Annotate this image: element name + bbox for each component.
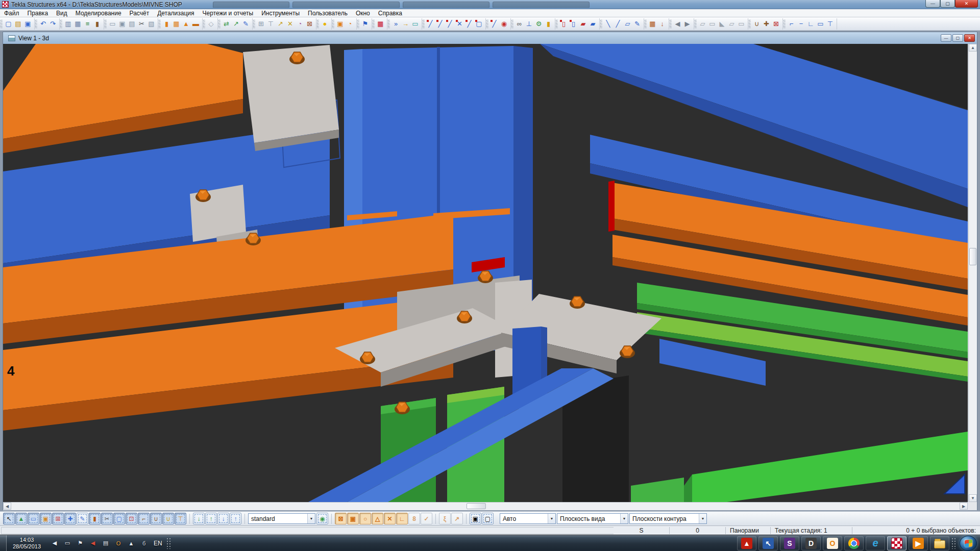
measure-angle-icon[interactable]: ╱ (613, 19, 623, 29)
select-switch-button[interactable]: ↖ (3, 513, 15, 524)
scroll-up-icon[interactable]: ▲ (969, 44, 977, 52)
dim-level-icon[interactable]: − (796, 19, 806, 29)
app-s-taskbar-button[interactable]: S (780, 536, 799, 550)
volume-icon[interactable]: ◀ (50, 539, 59, 548)
menu-моделирование[interactable]: Моделирование (71, 9, 126, 17)
u-bolt-icon[interactable]: ∪ (752, 19, 762, 29)
drag-handle[interactable] (556, 20, 558, 28)
menu-справка[interactable]: Справка (374, 9, 406, 17)
select-group-up-button[interactable]: ↑ (230, 513, 241, 524)
media-d-taskbar-button[interactable]: ▶ (909, 536, 928, 550)
point-extend-icon[interactable]: ╱ (464, 19, 474, 29)
menu-инструменты[interactable]: Инструменты (257, 9, 304, 17)
explorer-taskbar-button[interactable] (930, 536, 949, 550)
tekla-structures-taskbar-button[interactable] (887, 536, 906, 550)
network-icon[interactable]: ▭ (63, 539, 72, 548)
point-intersection-icon[interactable]: ✕ (455, 19, 464, 29)
snap-confirm-button[interactable]: ✓ (421, 513, 432, 524)
paste-properties-icon[interactable]: ▦ (73, 19, 83, 29)
import-icon[interactable]: ⇄ (222, 19, 231, 29)
drag-handle[interactable] (670, 20, 672, 28)
drag-handle[interactable] (357, 20, 359, 28)
work-plane-combo[interactable]: Плоскость вида ▼ (557, 513, 628, 524)
weld-1-icon[interactable]: ▱ (698, 19, 707, 29)
bricks-icon[interactable]: ▦ (648, 19, 657, 29)
drag-handle[interactable] (749, 20, 751, 28)
select-views-button[interactable]: ▣ (40, 513, 52, 524)
select-grid-button[interactable]: ⊤ (175, 513, 186, 524)
viewport-3d[interactable]: 4 (3, 44, 968, 502)
vscroll-thumb[interactable] (969, 248, 976, 265)
catalog-icon[interactable]: ▮ (162, 19, 172, 29)
points-parallel-icon[interactable]: ╱ (445, 19, 455, 29)
drag-handle[interactable] (203, 20, 205, 28)
chevron-down-icon[interactable]: ▼ (620, 514, 628, 523)
drag-handle[interactable] (423, 20, 425, 28)
cut-icon[interactable]: ✂ (137, 19, 146, 29)
select-parts-button[interactable]: ▲ (15, 513, 27, 524)
action-center-icon[interactable]: ⚑ (76, 539, 85, 548)
scroll-down-icon[interactable]: ▼ (969, 494, 977, 502)
point-project-icon[interactable]: ▢ (474, 19, 484, 29)
tekla-tool-taskbar-button[interactable]: ↖ (758, 536, 778, 550)
plumb-icon[interactable]: ↓ (657, 19, 667, 29)
new-view-icon[interactable]: ▭ (108, 19, 117, 29)
stamp-icon[interactable]: ▮ (92, 19, 102, 29)
drag-handle[interactable] (511, 20, 513, 28)
select-bolts-button[interactable]: ▮ (89, 513, 101, 524)
point-divide-icon[interactable]: ╱ (435, 19, 445, 29)
close-button[interactable]: ✕ (964, 34, 975, 42)
drag-handle[interactable] (783, 20, 786, 28)
horizontal-scrollbar[interactable]: ◀ ▶ (3, 502, 968, 510)
redo-icon[interactable]: ↷ (48, 19, 58, 29)
hand-tool-icon[interactable]: ✚ (762, 19, 771, 29)
plate-2-icon[interactable]: ▭ (737, 19, 746, 29)
components-icon[interactable]: ⚙ (534, 19, 544, 29)
dim-horizontal-icon[interactable]: ⌐ (787, 19, 796, 29)
drag-handle[interactable] (373, 20, 375, 28)
close-button[interactable]: ✕ (955, 0, 978, 8)
open-model-icon[interactable]: ▤ (13, 19, 23, 29)
open-drawing-icon[interactable]: → (401, 19, 410, 29)
snap-depth-button[interactable]: ξ (439, 513, 451, 524)
add-point-icon[interactable]: ↗ (276, 19, 285, 29)
sketch-icon[interactable]: ✎ (632, 19, 642, 29)
chevron-down-icon[interactable]: ▼ (699, 514, 706, 523)
copy-objects-icon[interactable]: ▣ (335, 19, 345, 29)
drag-handle[interactable] (60, 20, 62, 28)
catalogs-icon[interactable]: ▦ (172, 19, 181, 29)
arc-icon[interactable]: ◔ (295, 19, 305, 29)
menu-детализация[interactable]: Детализация (153, 9, 198, 17)
phase-1-icon[interactable]: ▯ (559, 19, 569, 29)
drag-handle[interactable] (388, 20, 390, 28)
measure-line-icon[interactable]: ╲ (603, 19, 613, 29)
save-model-icon[interactable]: ▣ (23, 19, 33, 29)
folder-up-icon[interactable]: ▲ (181, 19, 191, 29)
weld-2-icon[interactable]: ▭ (707, 19, 717, 29)
prev-object-icon[interactable]: ◀ (673, 19, 682, 29)
chevron-down-icon[interactable]: ▼ (307, 514, 315, 523)
view-properties-icon[interactable]: ▣ (117, 19, 127, 29)
edit-help-icon[interactable]: ✎ (241, 19, 251, 29)
drag-handle[interactable] (159, 20, 161, 28)
chrome-taskbar-button[interactable] (844, 536, 864, 550)
grid-icon[interactable]: ⊞ (256, 19, 266, 29)
maximize-button[interactable]: ▢ (940, 0, 955, 8)
show-desktop-button[interactable] (0, 535, 7, 551)
bolt-icon[interactable]: ● (320, 19, 330, 29)
select-welds-button[interactable]: ✂ (101, 513, 113, 524)
drag-handle[interactable] (332, 20, 334, 28)
snap-reference-button[interactable]: ⊠ (335, 513, 347, 524)
next-object-icon[interactable]: ▶ (682, 19, 692, 29)
outlook-taskbar-button[interactable]: O (823, 536, 842, 550)
select-points-button[interactable]: ⊞ (52, 513, 64, 524)
drag-handle[interactable] (35, 20, 37, 28)
snap-nearest-button[interactable]: ○ (359, 513, 371, 524)
export-icon[interactable]: ↗ (231, 19, 241, 29)
select-assembly-down-button[interactable]: ↓ (193, 513, 205, 524)
select-group-down-button[interactable]: ↓ (217, 513, 229, 524)
copy-properties-icon[interactable]: ▥ (63, 19, 73, 29)
contour-plane-combo[interactable]: Плоскости контура ▼ (629, 513, 707, 524)
plate-1-icon[interactable]: ▱ (727, 19, 737, 29)
snap-perpendicular-button[interactable]: ∟ (396, 513, 408, 524)
